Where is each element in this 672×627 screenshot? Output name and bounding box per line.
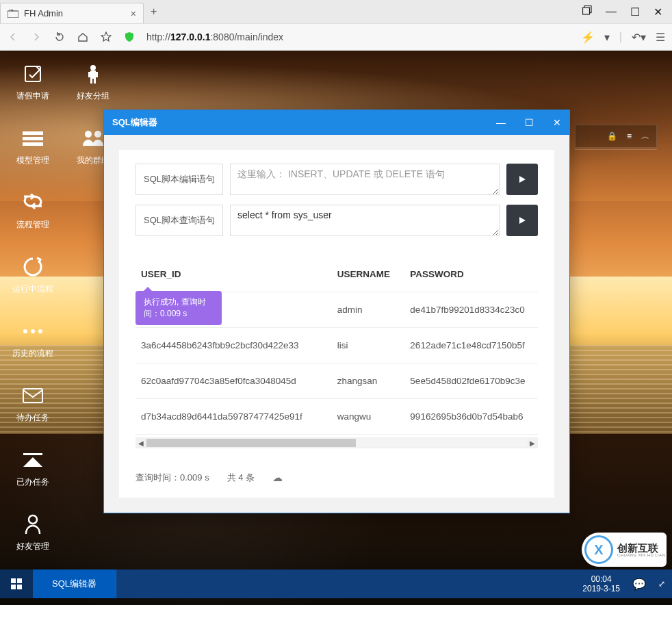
todo-tasks-icon bbox=[23, 382, 43, 409]
bolt-icon[interactable]: ⚡ bbox=[581, 31, 595, 44]
tray-expand-icon[interactable]: ⤢ bbox=[658, 579, 665, 589]
desktop-icon-todo-tasks[interactable]: 待办任务 bbox=[3, 382, 63, 446]
th-username: USERNAME bbox=[332, 257, 405, 292]
brand-sub: CHUANG XIN HU LIAN bbox=[617, 553, 665, 557]
scroll-right-icon[interactable]: ▶ bbox=[527, 439, 538, 447]
sql-query-label: SQL脚本查询语句 bbox=[135, 205, 223, 236]
collapse-up-icon[interactable]: ︿ bbox=[641, 131, 649, 142]
cell-user-id: 3a6c44458b6243fbb9c2bcf30d422e33 bbox=[135, 328, 332, 363]
win-close-icon[interactable]: ✕ bbox=[553, 117, 561, 128]
svg-point-15 bbox=[23, 329, 27, 333]
win-maximize-icon[interactable]: ☐ bbox=[525, 117, 534, 128]
desktop-icon-done-tasks[interactable]: 已办任务 bbox=[3, 446, 63, 511]
table-row[interactable]: 62c0aafd97704c3a85ef0fca3048045dzhangsan… bbox=[135, 363, 538, 399]
svg-rect-10 bbox=[23, 131, 43, 135]
taskbar: SQL编辑器 00:04 2019-3-15 💬 ⤢ bbox=[0, 570, 672, 598]
svg-rect-23 bbox=[11, 585, 16, 589]
nav-forward-icon[interactable] bbox=[30, 31, 42, 43]
url-field[interactable]: http://127.0.0.1:8080/main/index bbox=[146, 31, 570, 42]
svg-rect-12 bbox=[23, 142, 43, 146]
browser-tab-bar: FH Admin × + — ☐ ✕ bbox=[0, 0, 672, 23]
svg-rect-0 bbox=[8, 11, 18, 18]
cell-password: 2612ade71c1e48cd7150b5f bbox=[404, 328, 538, 363]
svg-rect-24 bbox=[17, 585, 22, 589]
cell-user-id: d7b34acd89d6441da59787477425e91f bbox=[135, 399, 332, 435]
th-user-id: USER_ID bbox=[135, 257, 332, 292]
svg-rect-2 bbox=[583, 8, 590, 14]
nav-reload-icon[interactable] bbox=[53, 31, 66, 43]
desktop-icon-label: 历史的流程 bbox=[12, 348, 53, 359]
taskbar-clock[interactable]: 00:04 2019-3-15 bbox=[582, 574, 620, 594]
brand-watermark: X 创新互联 CHUANG XIN HU LIAN bbox=[582, 533, 667, 567]
row-count-text: 共 4 条 bbox=[227, 472, 255, 484]
close-icon[interactable]: ✕ bbox=[654, 5, 662, 18]
svg-rect-8 bbox=[90, 79, 92, 84]
result-table: USER_ID USERNAME PASSWORD adminde41b7fb9… bbox=[135, 257, 538, 435]
table-row[interactable]: d7b34acd89d6441da59787477425e91fwangwu99… bbox=[135, 399, 538, 435]
th-password: PASSWORD bbox=[404, 257, 538, 292]
brand-mark: X bbox=[584, 535, 613, 564]
svg-rect-6 bbox=[88, 72, 91, 77]
desktop-icon-leave-request[interactable]: 请假申请 bbox=[3, 60, 63, 125]
running-process-icon bbox=[23, 253, 43, 281]
maximize-icon[interactable]: ☐ bbox=[630, 5, 640, 18]
desktop-icon-model-mgmt[interactable]: 模型管理 bbox=[3, 125, 63, 189]
desktop-icon-label: 运行中流程 bbox=[12, 283, 53, 295]
minimize-icon[interactable]: — bbox=[606, 5, 617, 18]
cell-password: de41b7fb99201d8334c23c0 bbox=[404, 292, 538, 328]
new-tab-button[interactable]: + bbox=[151, 5, 157, 18]
desktop-icon-running-process[interactable]: 运行中流程 bbox=[3, 253, 63, 318]
tray-chat-icon[interactable]: 💬 bbox=[632, 578, 646, 591]
desktop-icon-label: 请假申请 bbox=[16, 90, 49, 102]
desktop-icon-label: 好友管理 bbox=[16, 541, 49, 552]
svg-rect-21 bbox=[11, 578, 16, 583]
nav-favorite-icon[interactable] bbox=[100, 31, 112, 43]
taskbar-item-sql-editor[interactable]: SQL编辑器 bbox=[33, 570, 116, 598]
tabs-overview-icon[interactable] bbox=[582, 5, 592, 18]
run-edit-button[interactable] bbox=[506, 164, 538, 195]
run-query-button[interactable] bbox=[506, 205, 538, 236]
nav-home-icon[interactable] bbox=[77, 31, 89, 43]
start-button[interactable] bbox=[0, 570, 33, 598]
sql-editor-titlebar[interactable]: SQL编辑器 — ☐ ✕ bbox=[104, 110, 569, 135]
desktop-icon-label: 流程管理 bbox=[16, 219, 49, 231]
scroll-left-icon[interactable]: ◀ bbox=[135, 439, 146, 447]
sql-edit-textarea[interactable] bbox=[230, 164, 500, 195]
address-bar: http://127.0.0.1:8080/main/index ⚡ ▾ | ↶… bbox=[0, 23, 672, 51]
friend-mgmt-icon bbox=[24, 511, 42, 538]
history-process-icon bbox=[23, 318, 43, 345]
done-tasks-icon bbox=[23, 446, 43, 474]
menu-icon[interactable]: ☰ bbox=[656, 31, 665, 44]
chevron-down-icon[interactable]: ▾ bbox=[604, 31, 610, 44]
desktop-icon-label: 模型管理 bbox=[16, 155, 49, 166]
svg-rect-22 bbox=[17, 578, 22, 583]
nav-back-icon[interactable] bbox=[7, 31, 19, 43]
browser-tab[interactable]: FH Admin × bbox=[0, 3, 144, 23]
list-icon[interactable]: ≡ bbox=[627, 131, 632, 141]
desktop-icon-history-process[interactable]: 历史的流程 bbox=[3, 318, 63, 382]
svg-point-20 bbox=[29, 515, 37, 524]
svg-rect-9 bbox=[94, 79, 96, 84]
horizontal-scrollbar[interactable]: ◀ ▶ bbox=[135, 437, 538, 448]
result-table-wrapper: USER_ID USERNAME PASSWORD adminde41b7fb9… bbox=[135, 257, 538, 448]
desktop-icon-process-mgmt[interactable]: 流程管理 bbox=[3, 189, 63, 253]
svg-point-16 bbox=[31, 329, 35, 333]
sql-query-textarea[interactable] bbox=[230, 205, 500, 236]
cloud-icon[interactable]: ☁ bbox=[272, 472, 283, 484]
result-footer: 查询时间：0.009 s 共 4 条 ☁ bbox=[135, 472, 538, 484]
cell-username: lisi bbox=[332, 328, 405, 363]
brand-name: 创新互联 bbox=[617, 543, 665, 553]
win-minimize-icon[interactable]: — bbox=[496, 117, 506, 128]
security-shield-icon[interactable] bbox=[123, 31, 135, 43]
scroll-thumb[interactable] bbox=[146, 439, 356, 447]
query-time-text: 查询时间：0.009 s bbox=[135, 472, 209, 484]
desktop-icon-friend-mgmt[interactable]: 好友管理 bbox=[3, 511, 63, 575]
sql-edit-label: SQL脚本编辑语句 bbox=[135, 164, 223, 195]
window-controls: — ☐ ✕ bbox=[582, 5, 672, 18]
undo-dropdown-icon[interactable]: ↶▾ bbox=[632, 31, 646, 44]
table-row[interactable]: 3a6c44458b6243fbb9c2bcf30d422e33lisi2612… bbox=[135, 328, 538, 363]
lock-icon[interactable]: 🔒 bbox=[607, 131, 617, 141]
tab-close-icon[interactable]: × bbox=[131, 8, 136, 19]
cell-password: 99162695b36d0b7d54bab6 bbox=[404, 399, 538, 435]
svg-point-14 bbox=[94, 131, 101, 138]
